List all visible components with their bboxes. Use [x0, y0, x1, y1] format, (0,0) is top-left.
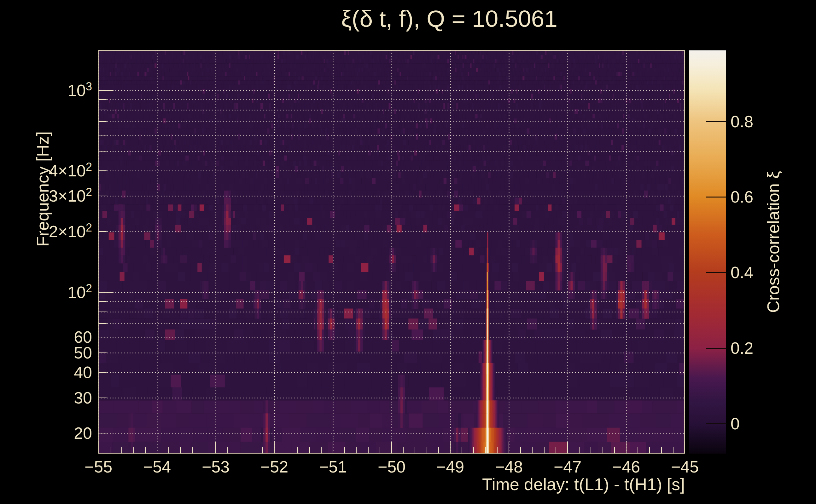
colorbar-tick-label: 0	[731, 414, 740, 433]
figure-root: ξ(δ t, f), Q = 10.5061 1034×1023×1022×10…	[0, 0, 816, 504]
y-tick-label: 50	[0, 343, 92, 362]
colorbar-gradient	[689, 50, 726, 454]
x-tick-label: −53	[202, 457, 230, 476]
colorbar-tick-label: 0.6	[731, 187, 753, 206]
x-tick-label: −51	[319, 457, 347, 476]
x-tick-label: −46	[612, 457, 640, 476]
colorbar-tick-mark	[706, 423, 727, 424]
colorbar-tick-mark	[706, 121, 727, 122]
y-tick-label: 40	[0, 363, 92, 382]
x-axis-title: Time delay: t(L1) - t(H1) [s]	[482, 474, 685, 494]
chart-title: ξ(δ t, f), Q = 10.5061	[341, 5, 557, 32]
colorbar-tick-label: 0.2	[731, 339, 753, 358]
y-tick-label: 102	[0, 283, 92, 302]
x-tick-label: −55	[84, 457, 112, 476]
x-tick-label: −48	[495, 457, 523, 476]
x-tick-label: −52	[261, 457, 288, 476]
x-tick-label: −50	[378, 457, 405, 476]
colorbar-tick-mark	[706, 197, 727, 198]
colorbar-tick-label: 0.4	[731, 263, 753, 282]
x-tick-label: −45	[671, 457, 699, 476]
y-axis-title: Frequency [Hz]	[33, 131, 52, 247]
heatmap-canvas	[98, 50, 685, 454]
y-tick-label: 20	[0, 424, 92, 443]
x-tick-label: −47	[554, 457, 581, 476]
x-tick-label: −54	[143, 457, 171, 476]
y-tick-label: 103	[0, 81, 92, 100]
colorbar-tick-mark	[706, 348, 727, 349]
colorbar-tick-mark	[706, 272, 727, 273]
x-tick-label: −49	[436, 457, 464, 476]
colorbar-tick-label: 0.8	[731, 112, 753, 131]
y-tick-label: 30	[0, 388, 92, 407]
colorbar-title: Cross-correlation ξ	[763, 171, 783, 313]
